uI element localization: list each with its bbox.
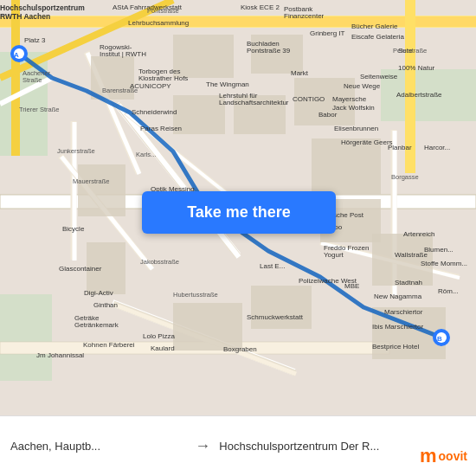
moovit-m-icon: m xyxy=(420,445,436,467)
svg-rect-2 xyxy=(381,69,476,121)
svg-rect-31 xyxy=(173,35,234,78)
svg-rect-3 xyxy=(0,294,52,381)
moovit-logo: m oovit xyxy=(420,445,467,467)
svg-rect-30 xyxy=(91,56,134,100)
svg-rect-41 xyxy=(251,286,312,329)
svg-rect-36 xyxy=(312,138,381,195)
from-location: Aachen, Hauptb... xyxy=(10,440,186,453)
moovit-text: oovit xyxy=(439,449,467,463)
svg-rect-9 xyxy=(405,0,415,173)
take-me-there-button[interactable]: Take me there xyxy=(142,191,336,234)
svg-rect-32 xyxy=(251,35,303,74)
svg-text:B: B xyxy=(437,335,442,343)
map-container: A B Hochschulsportzentrum RWTH Aachen Pl… xyxy=(0,0,476,415)
svg-rect-39 xyxy=(87,242,125,294)
arrow-icon: → xyxy=(195,437,210,455)
svg-rect-42 xyxy=(372,234,433,286)
svg-text:A: A xyxy=(14,51,19,59)
svg-rect-35 xyxy=(294,78,355,125)
svg-rect-38 xyxy=(78,164,125,216)
bottom-bar: Aachen, Hauptb... → Hochschulsportzentru… xyxy=(0,415,476,476)
svg-rect-40 xyxy=(173,303,242,351)
svg-rect-5 xyxy=(0,16,476,27)
svg-rect-34 xyxy=(234,95,286,134)
svg-rect-33 xyxy=(173,95,225,134)
